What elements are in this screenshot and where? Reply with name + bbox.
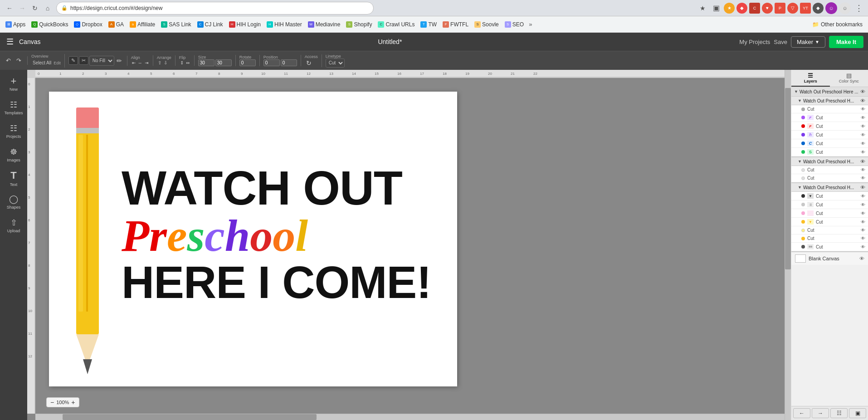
extensions-btn[interactable]: ▣ — [710, 2, 722, 14]
back-btn[interactable]: ← — [4, 2, 15, 14]
sidebar-btn-shapes[interactable]: ◯ Shapes — [2, 190, 25, 213]
bookmark-hihmaster[interactable]: H HIH Master — [264, 20, 305, 29]
arrange-down-btn[interactable]: ⇩ — [163, 60, 168, 66]
layer-item-11[interactable]: Cut 👁 — [791, 209, 868, 218]
save-btn[interactable]: Save — [774, 39, 787, 45]
access-btn[interactable]: ↻ — [305, 59, 313, 67]
sg3-eye-icon[interactable]: 👁 — [860, 185, 865, 190]
bookmark-star-btn[interactable]: ★ — [697, 2, 708, 14]
height-input[interactable] — [215, 59, 232, 66]
select-all-btn[interactable]: Select All — [31, 59, 53, 68]
subgroup-2-header[interactable]: ▼ Watch Out Preschool H... 👁 — [791, 156, 868, 166]
refresh-btn[interactable]: ↻ — [29, 2, 41, 14]
bookmark-qb[interactable]: Q QuickBooks — [29, 20, 71, 29]
flip-v-btn[interactable]: ⇔ — [185, 60, 190, 66]
home-btn[interactable]: ⌂ — [42, 2, 54, 14]
sidebar-btn-text[interactable]: T Text — [2, 167, 25, 190]
layer-group-1-header[interactable]: ▼ Watch Out Preschool Here ... 👁 — [791, 87, 868, 97]
bookmark-tw[interactable]: T TW — [418, 20, 439, 29]
paint-btn[interactable]: ✏ — [115, 57, 123, 65]
layer-item-15[interactable]: ☰☰ Cut 👁 — [791, 243, 868, 251]
layer-item-8[interactable]: Cut 👁 — [791, 174, 868, 182]
align-center-btn[interactable]: ↔ — [137, 60, 143, 66]
layer-eye-10[interactable]: 👁 — [861, 202, 865, 207]
flip-h-btn[interactable]: ⇕ — [179, 60, 185, 66]
group1-eye-icon[interactable]: 👁 — [860, 89, 865, 94]
profile-avatar[interactable]: ☺ — [825, 2, 837, 14]
layer-item-7[interactable]: Cut 👁 — [791, 166, 868, 174]
bookmark-crawl[interactable]: C Crawl URLs — [375, 20, 417, 29]
ext-icon-6[interactable]: ▽ — [787, 3, 798, 14]
align-right-btn[interactable]: ⇥ — [144, 60, 149, 66]
my-projects-link[interactable]: My Projects — [739, 39, 770, 45]
bookmark-soovle[interactable]: S Soovle — [472, 20, 502, 29]
canvas-scrollbar[interactable] — [35, 414, 785, 420]
subgroup-1-header[interactable]: ▼ Watch Out Preschool H... 👁 — [791, 97, 868, 105]
ext-icon-8[interactable]: ◆ — [813, 3, 824, 14]
panel-action-redo[interactable]: → — [812, 408, 829, 418]
edit-tool-2[interactable]: ✂ — [79, 56, 88, 65]
zoom-in-btn[interactable]: + — [70, 399, 76, 406]
bookmark-fwtfl[interactable]: F FWTFL — [440, 20, 471, 29]
tab-layers[interactable]: ☰ Layers — [791, 70, 830, 87]
scrollbar-thumb-h[interactable] — [63, 414, 317, 420]
layer-eye-12[interactable]: 👁 — [861, 220, 865, 225]
profile-avatar2[interactable]: ☺ — [839, 2, 851, 14]
ext-icon-3[interactable]: C — [749, 3, 760, 14]
canvas-vscrollbar[interactable] — [785, 70, 791, 420]
more-bookmarks-icon[interactable]: » — [527, 20, 534, 29]
layer-eye-3[interactable]: 👁 — [861, 124, 865, 129]
forward-btn[interactable]: → — [16, 2, 28, 14]
sg1-eye-icon[interactable]: 👁 — [860, 98, 865, 103]
fill-select[interactable]: No Fill — [89, 56, 114, 66]
subgroup-3-header[interactable]: ▼ Watch Out Preschool H... 👁 — [791, 182, 868, 192]
other-bookmarks[interactable]: 📁 Other bookmarks — [809, 20, 865, 29]
ext-icon-7[interactable]: YT — [800, 3, 811, 14]
sidebar-btn-templates[interactable]: ☷ Templates — [2, 96, 25, 119]
arrange-up-btn[interactable]: ⇧ — [157, 60, 162, 66]
more-btn[interactable]: ⋮ — [853, 2, 864, 14]
ext-icon-2[interactable]: ◆ — [736, 3, 747, 14]
layer-item-1[interactable]: Cut 👁 — [791, 105, 868, 113]
sidebar-btn-images[interactable]: ☸ Images — [2, 143, 25, 166]
design-canvas[interactable]: WATCH OUT Preschool HERE I COME! — [49, 92, 457, 386]
layer-eye-15[interactable]: 👁 — [861, 244, 865, 249]
panel-action-group[interactable]: ☷ — [830, 408, 848, 418]
layer-eye-1[interactable]: 👁 — [861, 107, 865, 112]
bookmark-cj[interactable]: C CJ Link — [195, 20, 226, 29]
layer-item-14[interactable]: Cut 👁 — [791, 234, 868, 243]
layer-eye-14[interactable]: 👁 — [861, 236, 865, 241]
layer-eye-13[interactable]: 👁 — [861, 228, 865, 233]
rotate-input[interactable] — [239, 59, 256, 66]
layer-item-6[interactable]: S Cut 👁 — [791, 148, 868, 156]
layer-item-13[interactable]: Cut 👁 — [791, 226, 868, 234]
sg2-eye-icon[interactable]: 👁 — [860, 159, 865, 164]
bookmark-hih[interactable]: H HIH Login — [226, 20, 263, 29]
hamburger-menu-btn[interactable]: ☰ — [5, 35, 15, 49]
layer-eye-6[interactable]: 👁 — [861, 150, 865, 155]
blank-canvas-eye[interactable]: 👁 — [859, 256, 864, 261]
bookmark-affiliate[interactable]: a Affiliate — [127, 20, 158, 29]
bookmark-apps[interactable]: ⊞ Apps — [3, 20, 28, 29]
redo-btn[interactable]: ↷ — [14, 56, 24, 65]
sidebar-btn-projects[interactable]: ☷ Projects — [2, 120, 25, 142]
layer-item-2[interactable]: F Cut 👁 — [791, 113, 868, 122]
canvas-viewport[interactable]: WATCH OUT Preschool HERE I COME! − 100% — [35, 78, 785, 414]
bookmark-shopify[interactable]: S Shopify — [343, 20, 375, 29]
width-input[interactable] — [198, 59, 215, 66]
undo-btn[interactable]: ↶ — [4, 56, 13, 65]
y-input[interactable] — [281, 59, 297, 66]
bookmark-ga[interactable]: A GA — [106, 20, 127, 29]
layer-item-12[interactable]: ▼ Cut 👁 — [791, 218, 868, 226]
layer-item-10[interactable]: ☰ Cut 👁 — [791, 200, 868, 209]
scrollbar-thumb-v[interactable] — [785, 88, 791, 269]
layer-item-5[interactable]: C Cut 👁 — [791, 139, 868, 148]
bookmark-seo[interactable]: S SEO — [502, 20, 527, 29]
x-input[interactable] — [263, 59, 280, 66]
layer-eye-8[interactable]: 👁 — [861, 176, 865, 181]
edit-tool-1[interactable]: ✎ — [68, 56, 78, 65]
panel-action-duplicate[interactable]: ▣ — [849, 408, 866, 418]
make-it-btn[interactable]: Make It — [829, 36, 863, 48]
ext-icon-4[interactable]: ♥ — [762, 3, 773, 14]
tab-color-sync[interactable]: ▤ Color Sync — [830, 70, 868, 87]
